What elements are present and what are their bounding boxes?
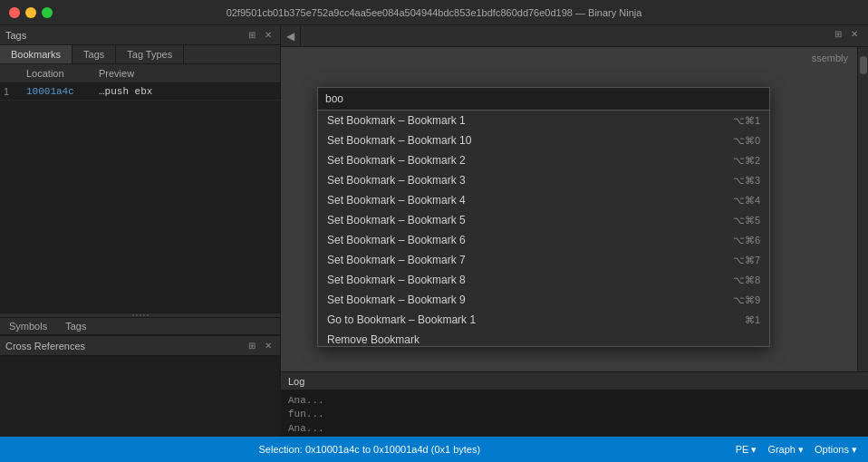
dropdown-item-4[interactable]: Set Bookmark – Bookmark 4⌥⌘4 [318, 190, 769, 210]
dropdown-item-shortcut-6: ⌥⌘6 [733, 235, 760, 246]
status-pe[interactable]: PE ▾ [736, 444, 757, 456]
nav-forward-button[interactable] [301, 26, 321, 46]
cross-ref-icons: ⊞ ✕ [246, 340, 275, 352]
cross-ref-title: Cross References [5, 341, 85, 351]
nav-back-button[interactable]: ◀ [281, 26, 301, 46]
status-right: PE ▾ Graph ▾ Options ▾ [736, 444, 857, 456]
window-title: 02f9501cb01b375e752a9cc4aa5ee084a504944b… [227, 7, 642, 18]
dropdown-item-9[interactable]: Set Bookmark – Bookmark 9⌥⌘9 [318, 290, 769, 310]
log-line-3: Ana... [288, 422, 861, 436]
section-icon-close[interactable]: ✕ [262, 29, 275, 42]
tags-tab-bar: Bookmarks Tags Tag Types [0, 45, 280, 64]
assembly-scrollbar-thumb [860, 56, 867, 74]
log-icons: ⊞ ✕ [832, 27, 861, 40]
dropdown-item-shortcut-10: ⌘1 [745, 314, 760, 326]
dropdown-item-1[interactable]: Set Bookmark – Bookmark 10⌥⌘0 [318, 130, 769, 150]
dropdown-item-label-9: Set Bookmark – Bookmark 9 [327, 294, 466, 306]
dropdown-item-3[interactable]: Set Bookmark – Bookmark 3⌥⌘3 [318, 170, 769, 190]
cross-ref-icon-close[interactable]: ✕ [262, 340, 275, 352]
row-location: 10001a4c [23, 84, 95, 99]
tab-tag-types[interactable]: Tag Types [116, 45, 184, 63]
dropdown-item-shortcut-0: ⌥⌘1 [733, 115, 760, 127]
dropdown-item-7[interactable]: Set Bookmark – Bookmark 7⌥⌘7 [318, 250, 769, 270]
dropdown-item-6[interactable]: Set Bookmark – Bookmark 6⌥⌘6 [318, 230, 769, 250]
log-line-2: fun... [288, 408, 861, 421]
status-options[interactable]: Options ▾ [815, 444, 857, 456]
log-icon-resize[interactable]: ⊞ [832, 27, 844, 40]
cross-ref-header: Cross References ⊞ ✕ [0, 336, 280, 356]
title-bar: 02f9501cb01b375e752a9cc4aa5ee084a504944b… [0, 0, 868, 25]
dropdown-item-11[interactable]: Remove Bookmark [318, 330, 769, 346]
tab-symbols[interactable]: Symbols [0, 318, 56, 334]
row-preview: …push ebx [95, 84, 280, 99]
cross-ref-icon-resize[interactable]: ⊞ [246, 340, 258, 352]
tab-bookmarks[interactable]: Bookmarks [0, 45, 72, 63]
dropdown-item-shortcut-4: ⌥⌘4 [733, 195, 760, 207]
log-icon-close[interactable]: ✕ [848, 27, 861, 40]
col-preview-header: Preview [95, 66, 280, 81]
dropdown-item-label-8: Set Bookmark – Bookmark 8 [327, 274, 466, 286]
bottom-tabs: Symbols Tags [0, 318, 280, 335]
dropdown-item-label-6: Set Bookmark – Bookmark 6 [327, 234, 466, 246]
dropdown-item-2[interactable]: Set Bookmark – Bookmark 2⌥⌘2 [318, 150, 769, 170]
dropdown-item-label-4: Set Bookmark – Bookmark 4 [327, 194, 466, 207]
search-input[interactable] [318, 88, 769, 111]
section-icons: ⊞ ✕ [246, 29, 275, 42]
traffic-lights [9, 7, 53, 18]
dropdown-item-shortcut-1: ⌥⌘0 [733, 135, 760, 147]
left-panel: Tags ⊞ ✕ Bookmarks Tags Tag Types Locati… [0, 25, 281, 462]
assembly-scrollbar[interactable] [857, 47, 868, 371]
close-button[interactable] [9, 7, 20, 18]
dropdown-item-label-7: Set Bookmark – Bookmark 7 [327, 254, 466, 266]
dropdown-item-10[interactable]: Go to Bookmark – Bookmark 1⌘1 [318, 310, 769, 330]
log-line-1: Ana... [288, 394, 861, 408]
maximize-button[interactable] [42, 7, 53, 18]
dropdown-item-shortcut-7: ⌥⌘7 [733, 255, 760, 266]
log-tab-log[interactable]: Log [288, 376, 304, 387]
status-selection: Selection: 0x10001a4c to 0x10001a4d (0x1… [11, 444, 728, 455]
dropdown-item-label-10: Go to Bookmark – Bookmark 1 [327, 313, 476, 326]
dropdown-item-5[interactable]: Set Bookmark – Bookmark 5⌥⌘5 [318, 210, 769, 230]
dropdown-item-shortcut-9: ⌥⌘9 [733, 294, 760, 306]
dropdown-item-label-5: Set Bookmark – Bookmark 5 [327, 214, 466, 226]
row-num: 1 [0, 84, 23, 99]
dropdown-item-label-3: Set Bookmark – Bookmark 3 [327, 174, 466, 187]
tags-section: Tags ⊞ ✕ Bookmarks Tags Tag Types Locati… [0, 25, 280, 313]
dropdown-item-shortcut-2: ⌥⌘2 [733, 155, 760, 167]
tags-section-title: Tags [5, 30, 26, 41]
status-bar: Selection: 0x10001a4c to 0x10001a4d (0x1… [0, 437, 868, 462]
dropdown-item-8[interactable]: Set Bookmark – Bookmark 8⌥⌘8 [318, 270, 769, 290]
dropdown-item-label-0: Set Bookmark – Bookmark 1 [327, 114, 466, 127]
table-row[interactable]: 1 10001a4c …push ebx [0, 83, 280, 101]
dropdown-item-label-2: Set Bookmark – Bookmark 2 [327, 154, 466, 167]
nav-bar: ◀ [281, 25, 868, 47]
divider-dots [132, 314, 149, 316]
tags-section-header: Tags ⊞ ✕ [0, 25, 280, 45]
dropdown-item-0[interactable]: Set Bookmark – Bookmark 1⌥⌘1 [318, 111, 769, 130]
tab-tags-bottom[interactable]: Tags [56, 318, 95, 334]
dropdown-item-label-1: Set Bookmark – Bookmark 10 [327, 134, 471, 147]
dropdown-item-label-11: Remove Bookmark [327, 333, 420, 346]
assembly-label: ssembly [812, 53, 848, 63]
log-header: Log ⊞ ✕ [281, 372, 868, 390]
command-dropdown[interactable]: Set Bookmark – Bookmark 1⌥⌘1Set Bookmark… [317, 87, 770, 347]
status-graph[interactable]: Graph ▾ [767, 444, 804, 456]
minimize-button[interactable] [25, 7, 36, 18]
dropdown-item-shortcut-5: ⌥⌘5 [733, 215, 760, 226]
dropdown-list: Set Bookmark – Bookmark 1⌥⌘1Set Bookmark… [318, 111, 769, 346]
col-num-header [0, 66, 23, 81]
section-icon-resize[interactable]: ⊞ [246, 29, 258, 42]
bookmarks-table: 1 10001a4c …push ebx [0, 83, 280, 313]
table-header: Location Preview [0, 64, 280, 83]
col-location-header: Location [23, 66, 95, 81]
dropdown-item-shortcut-8: ⌥⌘8 [733, 274, 760, 286]
dropdown-item-shortcut-3: ⌥⌘3 [733, 175, 760, 187]
tab-tags[interactable]: Tags [72, 45, 116, 63]
